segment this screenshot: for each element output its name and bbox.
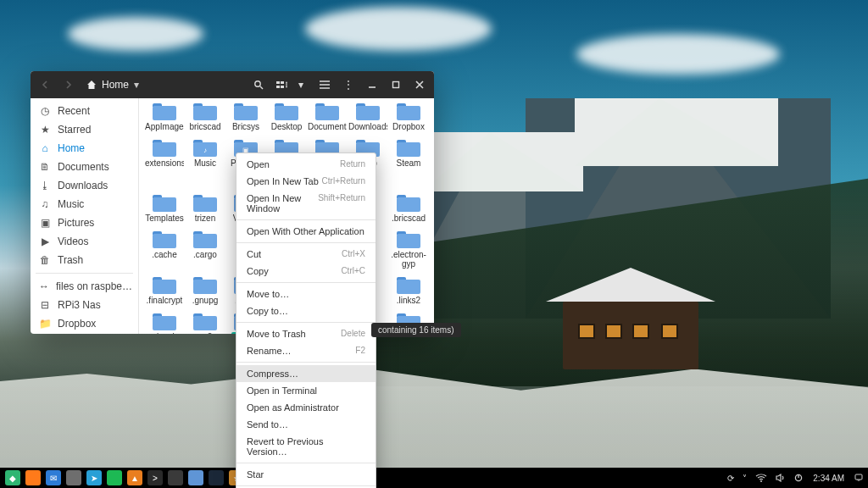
sidebar-item-trash[interactable]: 🗑Trash [31,251,138,269]
folder-item[interactable]: .local [144,312,185,334]
maximize-button[interactable] [388,77,403,92]
taskbar-app-telegram[interactable]: ➤ [86,470,102,485]
tray-wifi-icon[interactable] [755,474,767,482]
close-button[interactable] [412,77,427,92]
kebab-menu-button[interactable]: ⋮ [341,77,356,92]
menu-item-label: Compress… [247,369,298,379]
folder-item[interactable]: .cargo [185,230,225,270]
folder-item[interactable]: Desktop [266,102,307,133]
menu-item-open-in-new-window[interactable]: Open In New WindowShift+Return [236,190,376,217]
sidebar-item-documents[interactable]: 🗎Documents [31,158,138,176]
tray-notification-icon[interactable] [854,474,863,482]
menu-item-label: Open as Administrator [247,402,339,413]
folder-icon [153,195,176,212]
menu-item-compress[interactable]: Compress… [236,365,376,382]
menu-item-label: Star [247,469,264,480]
svg-rect-1 [276,81,280,84]
search-button[interactable] [251,77,266,92]
nav-forward-button[interactable] [61,77,76,92]
tray-volume-icon[interactable] [776,474,786,482]
folder-label: .electron-gyp [389,250,428,269]
menu-item-copy-to[interactable]: Copy to… [236,302,376,319]
view-options-chevron-icon[interactable]: ▾ [293,77,309,92]
tray-power-icon[interactable] [794,474,803,482]
folder-item[interactable]: .cache [144,230,185,270]
menu-item-open-with-other-application[interactable]: Open With Other Application [236,223,376,240]
folder-label: .cache [152,250,176,259]
folder-icon [193,313,217,330]
folder-item[interactable]: extensions [144,138,185,188]
folder-item[interactable]: AppImages [144,102,185,133]
folder-item[interactable]: .bricscad [388,193,429,225]
folder-label: Steam [397,158,421,168]
folder-item[interactable]: bricscad [185,102,225,133]
sidebar-item-recent[interactable]: ◷Recent [31,102,138,120]
menu-item-copy[interactable]: CopyCtrl+C [236,263,376,280]
sidebar-item-label: Home [58,142,85,154]
folder-item[interactable]: .gnupg [185,275,225,307]
menu-item-move-to[interactable]: Move to… [236,286,376,302]
folder-item[interactable]: Bricsys [225,102,266,133]
sidebar-item-videos[interactable]: ▶Videos [31,232,138,251]
minimize-button[interactable] [364,77,380,92]
nav-back-button[interactable] [37,77,53,92]
path-location[interactable]: Home [102,79,129,91]
taskbar-app-mail[interactable]: ✉ [46,470,61,485]
sidebar-item-pictures[interactable]: ▣Pictures [31,214,138,232]
menu-item-send-to[interactable]: Send to… [236,416,376,433]
folder-item[interactable]: Documents [307,102,348,133]
folder-icon [397,195,420,212]
taskbar-app-extra1[interactable] [66,470,81,485]
taskbar-app-terminal[interactable]: > [147,470,163,485]
folder-item[interactable]: .m2 [185,312,225,334]
folder-item[interactable]: Downloads [348,102,388,133]
sidebar-item-label: Documents [58,161,109,173]
menu-item-shortcut: F2 [355,346,365,356]
sidebar-item-rpi3-nas[interactable]: ⊟RPi3 Nas [31,296,138,314]
folder-item[interactable]: Steam [388,138,429,188]
folder-item[interactable]: .finalcrypt [144,275,185,307]
menu-item-star[interactable]: Star [236,466,376,483]
taskbar-app-vlc[interactable]: ▲ [127,470,142,485]
folder-item[interactable]: Templates [144,193,185,225]
panel-clock[interactable]: 2:34 AM [813,474,844,483]
menu-item-open-in-new-tab[interactable]: Open In New TabCtrl+Return [236,173,376,190]
menu-item-open[interactable]: OpenReturn [236,156,376,173]
folder-item[interactable]: .electron-gyp [388,230,429,270]
taskbar-app-extra2[interactable] [168,470,183,485]
menu-item-move-to-trash[interactable]: Move to TrashDelete [236,325,376,342]
menu-item-open-as-administrator[interactable]: Open as Administrator [236,399,376,416]
taskbar-app-steam[interactable] [209,470,224,485]
sidebar-item-music[interactable]: ♫Music [31,195,138,214]
sidebar-network-header[interactable]: ↔files on raspbe…⏏ [31,277,138,296]
taskbar-app-spotify[interactable] [107,470,122,485]
menu-item-revert-to-previous-version[interactable]: Revert to Previous Version… [236,433,376,460]
menu-item-label: Open In New Window [247,193,318,214]
folder-label: Desktop [271,122,303,131]
folder-item[interactable]: .links2 [388,275,429,307]
hamburger-menu-button[interactable] [317,77,332,92]
taskbar-app-files[interactable] [188,470,203,485]
taskbar-app-firefox[interactable] [25,470,41,485]
sidebar-item-dropbox[interactable]: 📁Dropbox [31,314,138,333]
folder-item[interactable]: Dropbox [388,102,429,133]
menu-item-open-in-terminal[interactable]: Open in Terminal [236,382,376,399]
sidebar-item-downloads[interactable]: ⭳Downloads [31,176,138,195]
status-tooltip: containing 16 items) [371,323,461,337]
svg-point-6 [760,480,762,482]
sidebar-item-work[interactable]: 📁Work [31,333,138,334]
tray-caret-icon[interactable]: ˅ [743,474,747,483]
sidebar-item-home[interactable]: ⌂Home [31,139,138,158]
music-icon: ♫ [39,198,51,210]
menu-item-label: Open [247,159,270,169]
chevron-down-icon[interactable]: ▾ [134,79,139,91]
titlebar[interactable]: Home ▾ ▾ ⋮ [31,71,434,98]
menu-item-rename[interactable]: Rename…F2 [236,342,376,359]
folder-item[interactable]: ♪Music [185,138,225,188]
sidebar-item-starred[interactable]: ★Starred [31,120,138,139]
tray-indicator-icon[interactable]: ⟳ [727,474,734,483]
view-toggle-button[interactable] [275,77,290,92]
taskbar-app-menu[interactable]: ◆ [5,470,20,485]
menu-item-cut[interactable]: CutCtrl+X [236,246,376,263]
folder-item[interactable]: trizen [185,193,225,225]
